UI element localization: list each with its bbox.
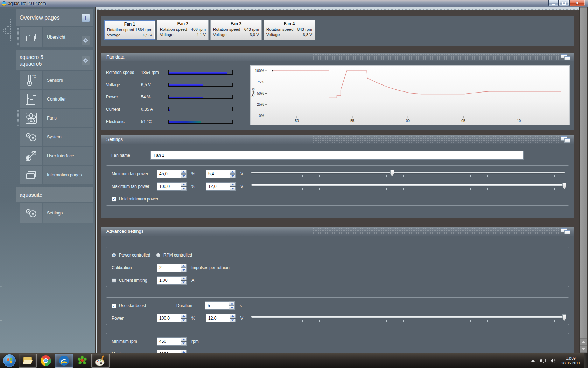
- max-power-slider[interactable]: [251, 183, 565, 190]
- sidebar-item-sensors[interactable]: °C Sensors: [20, 71, 93, 89]
- svg-text:25%: 25%: [257, 103, 264, 107]
- rpm-controlled-radio[interactable]: [156, 253, 161, 258]
- close-button[interactable]: ×: [569, 0, 585, 6]
- spin-up-button[interactable]: [181, 276, 187, 280]
- calibration-spinner[interactable]: 2: [157, 264, 187, 272]
- splitter-dots-strip[interactable]: [97, 7, 579, 10]
- add-page-button[interactable]: +: [82, 14, 90, 22]
- taskbar-clock[interactable]: 13:09 28.05.2011: [561, 356, 580, 366]
- desktop: aquasuite 2012 beta × aquacomputer Overv…: [0, 0, 588, 368]
- spin-down-button[interactable]: [181, 342, 187, 346]
- spin-up-button[interactable]: [229, 301, 235, 306]
- spin-down-button[interactable]: [181, 187, 187, 191]
- use-startboost-checkbox[interactable]: ✓: [112, 304, 116, 308]
- maximize-icon: [562, 2, 566, 5]
- show-hidden-icons-button[interactable]: [531, 360, 535, 362]
- detach-window-icon[interactable]: [561, 54, 570, 61]
- minimize-button[interactable]: [548, 0, 559, 6]
- current-limit-spinner[interactable]: 1,00: [157, 276, 187, 285]
- hold-minimum-power-checkbox[interactable]: ✓: [112, 197, 116, 202]
- spin-up-button[interactable]: [181, 264, 187, 268]
- boost-power-slider[interactable]: [251, 314, 565, 322]
- volume-icon[interactable]: [550, 358, 556, 363]
- sidebar-item-label: Fans: [43, 109, 93, 127]
- window-body: aquacomputer Overview pages + 1: [0, 7, 588, 353]
- network-icon[interactable]: [540, 357, 547, 364]
- taskbar-explorer-button[interactable]: [19, 354, 37, 368]
- sidebar-item-fans[interactable]: Fans: [20, 109, 93, 127]
- spin-down-button[interactable]: [230, 174, 236, 178]
- aquasuite-section-header[interactable]: aquasuite: [16, 187, 93, 202]
- min-power-voltage-spinner[interactable]: 5,4: [206, 170, 236, 178]
- duration-spinner[interactable]: 5: [205, 301, 235, 310]
- current-limiting-checkbox[interactable]: [112, 278, 116, 283]
- controller-curve-icon: [20, 90, 42, 108]
- maximum-rpm-spinner[interactable]: 2000: [157, 350, 187, 353]
- spin-down-button[interactable]: [229, 306, 235, 310]
- spin-down-button[interactable]: [181, 281, 187, 285]
- boost-power-voltage-spinner[interactable]: 12,0: [206, 314, 236, 322]
- spin-up-button[interactable]: [230, 314, 236, 318]
- device-settings-gear-button[interactable]: [82, 56, 90, 65]
- spin-down-button[interactable]: [181, 268, 187, 272]
- max-power-voltage-spinner[interactable]: 12,0: [206, 182, 236, 191]
- fan2-tile[interactable]: Fan 2 Rotation speed406 rpm Voltage4,1 V: [157, 20, 209, 40]
- taskbar-aquasuite-button[interactable]: [55, 354, 73, 368]
- page-settings-gear-button[interactable]: [82, 36, 90, 45]
- power-controlled-radio[interactable]: [112, 253, 116, 258]
- sidebar-item-label: Settings: [43, 203, 93, 223]
- fan-tile-name: Fan 1: [107, 22, 152, 27]
- scrollbar-thumb[interactable]: [580, 8, 587, 338]
- sidebar-item-information-pages[interactable]: 1 Information pages: [20, 166, 93, 184]
- scroll-up-button[interactable]: [580, 339, 587, 345]
- sidebar-item-settings[interactable]: Settings: [20, 203, 93, 223]
- detach-window-icon[interactable]: [561, 136, 570, 143]
- spin-down-button[interactable]: [181, 319, 187, 323]
- spin-down-button[interactable]: [230, 187, 236, 191]
- drag-handle-dots[interactable]: [17, 110, 19, 126]
- fan-name-input[interactable]: Fan 1: [150, 151, 524, 160]
- max-power-percent-spinner[interactable]: 100,0: [157, 182, 187, 191]
- svg-text:00: 00: [406, 119, 410, 123]
- window-title: aquasuite 2012 beta: [8, 1, 46, 6]
- fan3-tile[interactable]: Fan 3 Rotation speed643 rpm Voltage3,0 V: [210, 20, 262, 40]
- min-power-slider[interactable]: [251, 170, 565, 178]
- drag-handle-dots[interactable]: [17, 28, 19, 46]
- min-power-percent-spinner[interactable]: 45,0: [157, 170, 187, 178]
- maximize-button[interactable]: [559, 0, 569, 6]
- sidebar-item-user-interface[interactable]: User interface: [20, 147, 93, 165]
- aquaero5-device-header[interactable]: aquaero 5 aquaero5: [16, 50, 93, 70]
- svg-text:0%: 0%: [259, 114, 264, 118]
- spin-down-button[interactable]: [230, 319, 236, 323]
- spin-down-button[interactable]: [181, 174, 187, 178]
- sidebar-item-uebersicht[interactable]: 1 Übersicht: [20, 27, 93, 47]
- minimum-rpm-spinner[interactable]: 450: [157, 337, 187, 346]
- fan1-tile[interactable]: Fan 1 Rotation speed1864 rpm Voltage6,5 …: [104, 20, 155, 40]
- spin-up-button[interactable]: [181, 182, 187, 186]
- scroll-down-button[interactable]: [580, 346, 587, 352]
- window-titlebar[interactable]: aquasuite 2012 beta ×: [0, 0, 588, 7]
- vertical-scrollbar[interactable]: [580, 7, 587, 353]
- spin-up-button[interactable]: [230, 170, 236, 174]
- taskbar-paint-button[interactable]: [91, 354, 110, 368]
- current-limiting-row: Current limiting 1,00 A: [106, 274, 569, 287]
- spin-up-button[interactable]: [230, 182, 236, 186]
- collapse-arrow-decoration: [3, 17, 12, 43]
- sidebar-item-controller[interactable]: Controller: [20, 90, 93, 108]
- plus-icon: +: [84, 15, 88, 21]
- fan4-tile[interactable]: Fan 4 Rotation speed843 rpm Voltage6,8 V: [264, 20, 315, 40]
- detach-window-icon[interactable]: [561, 228, 570, 235]
- spin-up-button[interactable]: [181, 170, 187, 174]
- spin-up-button[interactable]: [181, 314, 187, 318]
- spin-up-button[interactable]: [181, 337, 187, 341]
- spin-up-button[interactable]: [181, 350, 187, 353]
- power-meter: [168, 95, 233, 99]
- taskbar-chrome-button[interactable]: [37, 354, 55, 368]
- boost-power-percent-spinner[interactable]: 100,0: [157, 314, 187, 322]
- start-button[interactable]: [3, 354, 16, 367]
- main-content: Fan 1 Rotation speed1864 rpm Voltage6,5 …: [96, 7, 579, 353]
- show-desktop-button[interactable]: [584, 353, 588, 368]
- section-title: Settings: [106, 137, 123, 142]
- sidebar-item-system[interactable]: System: [20, 128, 93, 146]
- taskbar-icq-button[interactable]: [73, 354, 91, 368]
